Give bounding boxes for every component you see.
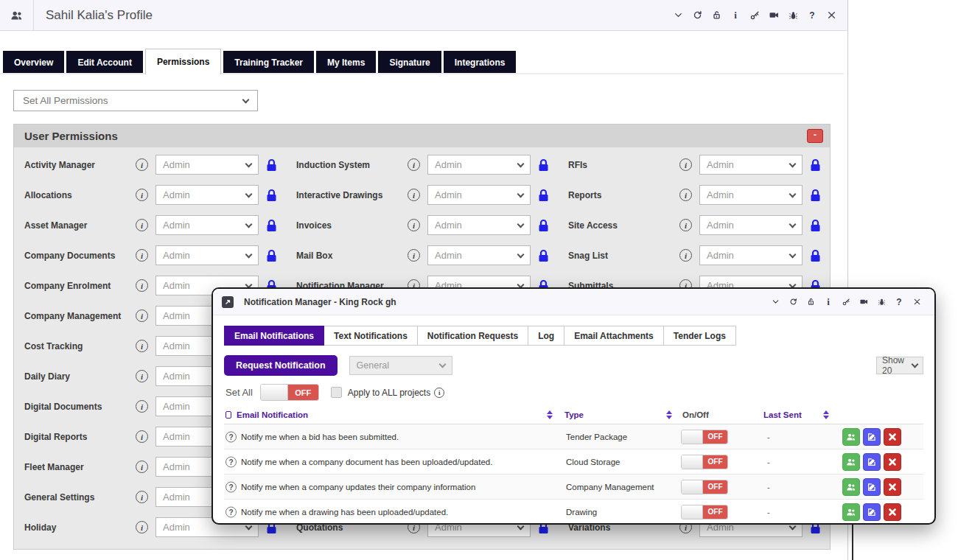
info-icon[interactable]: i xyxy=(679,189,692,201)
camera-icon[interactable] xyxy=(858,296,870,307)
notification-toggle[interactable]: OFF xyxy=(681,505,728,519)
tab-overview[interactable]: Overview xyxy=(3,51,64,74)
info-icon[interactable]: i xyxy=(136,370,148,382)
info-icon[interactable]: i xyxy=(679,158,692,171)
info-icon[interactable]: i xyxy=(408,249,420,262)
permission-level-select[interactable]: Admin xyxy=(155,155,259,175)
permission-level-select[interactable]: Admin xyxy=(427,245,531,265)
close-icon[interactable] xyxy=(825,10,837,21)
help-icon[interactable]: ? xyxy=(893,296,905,307)
tab-notification-requests[interactable]: Notification Requests xyxy=(418,326,528,346)
lock-icon[interactable] xyxy=(266,189,277,202)
notification-toggle[interactable]: OFF xyxy=(681,480,728,494)
permission-level-select[interactable]: Admin xyxy=(699,245,803,265)
edit-notification-button[interactable] xyxy=(863,503,881,521)
refresh-icon[interactable] xyxy=(787,296,799,307)
show-count-select[interactable]: Show 20 xyxy=(876,357,923,374)
permission-level-select[interactable]: Admin xyxy=(699,215,803,235)
tab-permissions[interactable]: Permissions xyxy=(145,49,221,74)
info-icon[interactable]: i xyxy=(136,491,148,503)
unlock-icon[interactable] xyxy=(710,10,722,21)
edit-notification-button[interactable] xyxy=(863,428,881,446)
info-icon[interactable]: i xyxy=(434,388,444,398)
info-icon[interactable]: i xyxy=(136,461,148,473)
sort-email-notification[interactable] xyxy=(547,410,553,419)
apply-all-projects-checkbox[interactable] xyxy=(331,387,342,398)
lock-icon[interactable] xyxy=(810,189,821,202)
category-select[interactable]: General xyxy=(349,356,452,375)
help-circle-icon[interactable]: ? xyxy=(225,481,237,492)
info-icon[interactable]: i xyxy=(136,249,148,262)
key-icon[interactable] xyxy=(749,10,761,21)
permission-level-select[interactable]: Admin xyxy=(427,155,531,175)
help-icon[interactable]: ? xyxy=(806,10,818,21)
permission-level-select[interactable]: Admin xyxy=(699,155,803,175)
tab-log[interactable]: Log xyxy=(528,326,564,346)
bug-icon[interactable] xyxy=(787,10,799,21)
info-icon[interactable]: i xyxy=(136,521,148,533)
delete-notification-button[interactable] xyxy=(884,478,901,496)
help-circle-icon[interactable]: ? xyxy=(225,506,237,517)
lock-icon[interactable] xyxy=(810,219,821,232)
info-icon[interactable]: i xyxy=(679,249,692,262)
info-icon[interactable]: i xyxy=(679,219,692,231)
tab-integrations[interactable]: Integrations xyxy=(444,51,517,74)
info-icon[interactable]: i xyxy=(136,430,148,443)
set-all-permissions-select[interactable]: Set All Permissions xyxy=(13,90,258,111)
lock-icon[interactable] xyxy=(810,158,821,172)
notification-toggle[interactable]: OFF xyxy=(681,430,728,444)
lock-icon[interactable] xyxy=(810,249,821,262)
lock-icon[interactable] xyxy=(538,189,549,202)
tab-training-tracker[interactable]: Training Tracker xyxy=(223,51,314,74)
key-icon[interactable] xyxy=(840,296,852,307)
refresh-icon[interactable] xyxy=(691,10,703,21)
tab-tender-logs[interactable]: Tender Logs xyxy=(664,326,736,346)
info-icon[interactable]: i xyxy=(136,400,148,413)
help-circle-icon[interactable]: ? xyxy=(225,431,237,442)
edit-notification-button[interactable] xyxy=(863,453,881,471)
assign-users-button[interactable] xyxy=(842,428,860,446)
permission-level-select[interactable]: Admin xyxy=(155,215,259,235)
tab-edit-account[interactable]: Edit Account xyxy=(66,51,143,74)
tab-my-items[interactable]: My Items xyxy=(316,51,376,74)
notification-toggle[interactable]: OFF xyxy=(681,455,728,469)
lock-icon[interactable] xyxy=(266,249,277,262)
close-icon[interactable] xyxy=(911,296,923,307)
set-all-toggle[interactable]: OFF xyxy=(260,384,319,401)
permission-level-select[interactable]: Admin xyxy=(699,185,803,205)
lock-icon[interactable] xyxy=(538,249,549,262)
info-icon[interactable]: i xyxy=(408,219,420,231)
unlock-icon[interactable] xyxy=(805,296,817,307)
info-icon[interactable]: i xyxy=(730,10,741,21)
delete-notification-button[interactable] xyxy=(884,428,901,446)
tab-text-notifications[interactable]: Text Notifications xyxy=(324,326,418,346)
info-icon[interactable]: i xyxy=(136,189,148,201)
collapse-panel-button[interactable]: - xyxy=(807,129,823,143)
permission-level-select[interactable]: Admin xyxy=(427,215,531,235)
lock-icon[interactable] xyxy=(538,158,549,172)
chevron-down-icon[interactable] xyxy=(769,296,781,307)
info-icon[interactable]: i xyxy=(136,340,148,352)
permission-level-select[interactable]: Admin xyxy=(427,185,531,205)
help-circle-icon[interactable]: ? xyxy=(225,456,237,467)
permission-level-select[interactable]: Admin xyxy=(155,185,259,205)
info-icon[interactable]: i xyxy=(136,279,148,292)
lock-icon[interactable] xyxy=(538,219,549,232)
bug-icon[interactable] xyxy=(875,296,887,307)
camera-icon[interactable] xyxy=(768,10,780,21)
sort-type[interactable] xyxy=(666,410,672,419)
tab-email-notifications[interactable]: Email Notifications xyxy=(224,326,324,346)
info-icon[interactable]: i xyxy=(136,309,148,322)
info-icon[interactable]: i xyxy=(408,158,420,171)
assign-users-button[interactable] xyxy=(842,453,860,471)
delete-notification-button[interactable] xyxy=(884,453,901,471)
tab-email-attachments[interactable]: Email Attachments xyxy=(564,326,664,346)
info-icon[interactable]: i xyxy=(136,158,148,171)
request-notification-button[interactable]: Request Notification xyxy=(224,355,338,376)
sort-last-sent[interactable] xyxy=(823,410,829,419)
assign-users-button[interactable] xyxy=(842,478,860,496)
info-icon[interactable]: i xyxy=(136,219,148,231)
info-icon[interactable]: i xyxy=(408,189,420,201)
delete-notification-button[interactable] xyxy=(884,503,901,521)
tab-signature[interactable]: Signature xyxy=(378,51,441,74)
